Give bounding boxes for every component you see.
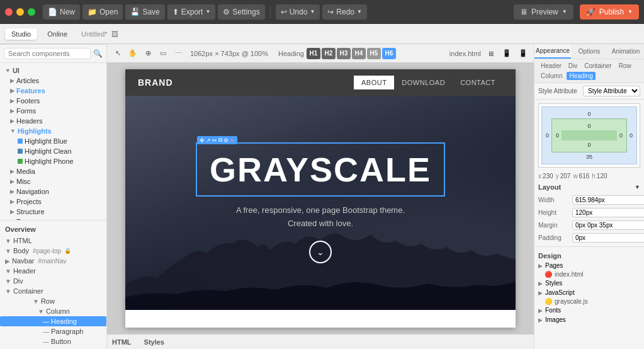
sidebar-item-structure[interactable]: ▶ Structure (0, 207, 106, 217)
sidebar-item-navigation[interactable]: ▶ Navigation (0, 186, 106, 197)
sidebar-item-forms[interactable]: ▶ Forms (0, 106, 106, 116)
pointer-tool[interactable]: ↖ (111, 47, 125, 60)
ov-paragraph[interactable]: — Paragraph (0, 326, 106, 336)
sidebar-item-highlight-clean[interactable]: Highlight Clean (0, 146, 106, 156)
ov-html[interactable]: ▼ HTML (0, 236, 106, 246)
margin-input[interactable] (572, 220, 644, 230)
padding-input[interactable] (572, 233, 644, 243)
element-tool[interactable]: ▭ (156, 47, 170, 60)
ov-navbar[interactable]: ▶ Navbar #mainNav (0, 256, 106, 266)
bc-container[interactable]: Container (582, 62, 614, 70)
ov-row[interactable]: ▼ Row (0, 296, 106, 306)
tab-options[interactable]: Options (571, 44, 607, 59)
tab-appearance[interactable]: Appearance (534, 44, 571, 59)
clone-icon[interactable]: ⧉ (218, 137, 222, 144)
sidebar-item-footers[interactable]: ▶ Footers (0, 96, 106, 106)
zoom-in-tool[interactable]: ⊕ (141, 47, 155, 60)
redo-chevron-icon: ▼ (357, 9, 362, 14)
ov-heading[interactable]: — Heading (0, 316, 106, 326)
h1-tag[interactable]: H1 (307, 48, 320, 59)
h6-tag[interactable]: H6 (382, 48, 396, 59)
design-javascript[interactable]: ▶ JavaScript (538, 288, 640, 297)
export-button[interactable]: ⬆ Export ▼ (167, 4, 216, 20)
ov-header[interactable]: ▼ Header (0, 266, 106, 276)
coord-y: y 207 (556, 173, 571, 180)
coord-h: h 120 (592, 173, 607, 180)
nav-link-contact[interactable]: CONTACT (453, 76, 503, 89)
search-input[interactable] (4, 48, 91, 59)
ov-column[interactable]: ▼ Column (0, 306, 106, 316)
ov-button[interactable]: — Button (0, 336, 106, 346)
redo-button[interactable]: ↪ Redo ▼ (322, 4, 367, 20)
ov-container[interactable]: ▼ Container (0, 286, 106, 296)
file-icon: 🖼 (111, 30, 118, 38)
select-icon[interactable]: ↗ (206, 137, 211, 144)
edit-icon[interactable]: ✏ (212, 137, 217, 144)
online-tab[interactable]: Online (41, 28, 74, 40)
layout-header[interactable]: Layout ▼ (534, 181, 644, 193)
sidebar-item-features[interactable]: ▶ Features (0, 86, 106, 96)
style-attr-select[interactable]: Style Attribute (583, 86, 640, 96)
hand-tool[interactable]: ✋ (126, 47, 140, 60)
sidebar-item-media[interactable]: ▶ Media (0, 166, 106, 176)
sidebar-item-misc[interactable]: ▶ Misc (0, 176, 106, 186)
bc-column[interactable]: Column (538, 72, 565, 80)
fonts-chevron-icon: ▶ (538, 307, 543, 314)
delete-icon[interactable]: ✕ (230, 137, 235, 144)
bc-row[interactable]: Row (616, 62, 634, 70)
h3-tag[interactable]: H3 (337, 48, 351, 59)
sidebar-item-highlight-phone[interactable]: Highlight Phone (0, 156, 106, 166)
bc-heading[interactable]: Heading (567, 72, 595, 80)
settings-icon[interactable]: ⚙ (223, 137, 229, 144)
maximize-button[interactable] (28, 8, 35, 16)
studio-tab[interactable]: Studio (5, 28, 37, 40)
new-button[interactable]: 📄 New (43, 4, 80, 20)
chevron-right-icon: ▶ (10, 209, 14, 215)
ov-div[interactable]: ▼ Div (0, 276, 106, 286)
sidebar-item-highlights[interactable]: ▼ Highlights (0, 126, 106, 136)
sidebar-item-headers[interactable]: ▶ Headers (0, 116, 106, 126)
design-pages-file[interactable]: 🔴 index.html (538, 270, 640, 278)
publish-icon: 🚀 (586, 8, 596, 16)
bc-header[interactable]: Header (538, 62, 564, 70)
nav-link-download[interactable]: DOWNLOAD (394, 76, 453, 89)
preview-button[interactable]: 🖥 Preview ▼ (514, 4, 573, 20)
nav-link-about[interactable]: ABOUT (354, 76, 394, 89)
canvas-viewport[interactable]: BRAND ABOUT DOWNLOAD CONTACT (107, 63, 534, 334)
design-styles[interactable]: ▶ Styles (538, 278, 640, 288)
desktop-icon[interactable]: 🖥 (483, 47, 497, 60)
minimize-button[interactable] (16, 8, 24, 16)
open-button[interactable]: 📁 Open (82, 4, 123, 20)
ov-body[interactable]: ▼ Body #page-top 🔒 (0, 246, 106, 256)
h4-tag[interactable]: H4 (352, 48, 366, 59)
tab-animation[interactable]: Animation (607, 44, 644, 59)
box-model: 0 0 0 0 0 0 (538, 103, 640, 168)
bc-div[interactable]: Div (566, 62, 580, 70)
sidebar-section-ui[interactable]: ▼ UI (0, 66, 106, 76)
design-js-file[interactable]: 🟡 grayscale.js (538, 297, 640, 306)
hero-arrow-button[interactable]: ⌄ (309, 241, 332, 263)
sidebar-item-highlight-blue[interactable]: Highlight Blue (0, 136, 106, 146)
move-icon[interactable]: ✥ (200, 137, 205, 144)
h5-tag[interactable]: H5 (367, 48, 381, 59)
sidebar-item-articles[interactable]: ▶ Articles (0, 76, 106, 86)
settings-button[interactable]: ⚙ Settings (218, 4, 264, 20)
more-tool[interactable]: ⋯ (171, 47, 185, 60)
design-fonts[interactable]: ▶ Fonts (538, 306, 640, 315)
html-file-icon: 🔴 (545, 271, 552, 278)
hero-title-box[interactable]: ✥ ↗ ✏ ⧉ ⚙ ✕ GRAYSCALE (196, 142, 445, 197)
save-button[interactable]: 💾 Save (125, 4, 164, 20)
height-input[interactable] (572, 208, 644, 217)
design-pages[interactable]: ▶ Pages (538, 261, 640, 270)
mobile-icon[interactable]: 📱 (516, 47, 530, 60)
undo-button[interactable]: ↩ Undo ▼ (276, 4, 320, 20)
sidebar-item-projects[interactable]: ▶ Projects (0, 197, 106, 207)
close-button[interactable] (5, 8, 13, 16)
publish-button[interactable]: 🚀 Publish ▼ (580, 4, 639, 20)
styles-label[interactable]: Styles (144, 338, 164, 346)
h2-tag[interactable]: H2 (322, 48, 336, 59)
design-images[interactable]: ▶ Images (538, 315, 640, 324)
width-input[interactable] (572, 195, 644, 205)
tablet-icon[interactable]: 📱 (500, 47, 514, 60)
html-label[interactable]: HTML (112, 338, 132, 346)
